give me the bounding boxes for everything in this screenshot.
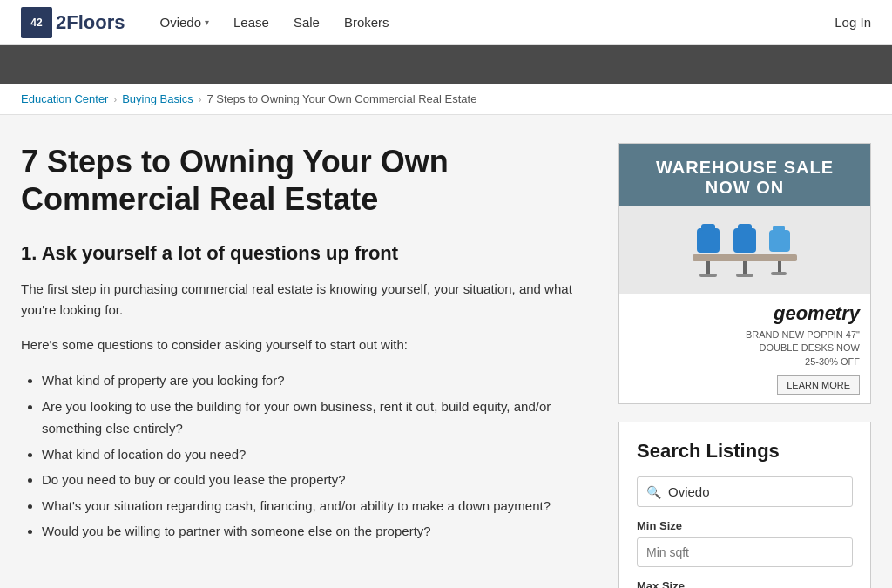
nav-item-sale[interactable]: Sale xyxy=(294,15,320,30)
svg-rect-1 xyxy=(697,228,720,253)
breadcrumb-sep-1: › xyxy=(113,94,117,105)
ad-top: WAREHOUSE SALE NOW ON xyxy=(619,144,870,206)
list-item: What kind of location do you need? xyxy=(42,443,584,466)
ad-line2: NOW ON xyxy=(630,178,860,198)
logo-link[interactable]: 42 2Floors xyxy=(21,7,125,38)
svg-rect-5 xyxy=(733,228,756,253)
location-input-wrap: 🔍 xyxy=(637,476,853,507)
svg-rect-4 xyxy=(699,274,717,277)
dark-banner xyxy=(0,45,892,84)
breadcrumb: Education Center › Buying Basics › 7 Ste… xyxy=(0,84,892,115)
logo-box-text: 42 xyxy=(30,17,42,29)
nav-item-lease[interactable]: Lease xyxy=(233,15,269,30)
ad-banner: WAREHOUSE SALE NOW ON xyxy=(618,143,871,404)
svg-rect-2 xyxy=(701,224,715,231)
list-item: Are you looking to use the building for … xyxy=(42,395,584,440)
list-item: Do you need to buy or could you lease th… xyxy=(42,469,584,491)
ad-image xyxy=(619,206,870,294)
svg-rect-7 xyxy=(743,261,747,274)
ad-bottom: geometry BRAND NEW POPPIN 47" DOUBLE DES… xyxy=(619,294,870,403)
ad-desc-line1: BRAND NEW POPPIN 47" xyxy=(746,329,860,340)
min-size-label: Min Size xyxy=(637,519,853,532)
list-item: Would you be willing to partner with som… xyxy=(42,520,584,543)
breadcrumb-current: 7 Steps to Owning Your Own Commercial Re… xyxy=(206,92,476,105)
content-area: 7 Steps to Owning Your Own Commercial Re… xyxy=(21,143,584,546)
section1-paragraph2: Here's some questions to consider asking… xyxy=(21,335,584,355)
ad-description: BRAND NEW POPPIN 47" DOUBLE DESKS NOW 25… xyxy=(630,328,860,368)
nav-item-brokers[interactable]: Brokers xyxy=(344,15,389,30)
svg-rect-3 xyxy=(706,261,710,274)
nav-sale-label: Sale xyxy=(294,15,320,30)
page-title: 7 Steps to Owning Your Own Commercial Re… xyxy=(21,143,584,218)
logo-text: 2Floors xyxy=(56,11,125,34)
section1-paragraph1: The first step in purchasing commercial … xyxy=(21,279,584,321)
nav-lease-label: Lease xyxy=(233,15,269,30)
logo-box: 42 xyxy=(21,7,52,38)
nav-oviedo-label: Oviedo xyxy=(159,15,201,30)
nav-brokers-label: Brokers xyxy=(344,15,389,30)
ad-brand: geometry xyxy=(630,302,860,325)
search-icon: 🔍 xyxy=(646,485,661,499)
login-link[interactable]: Log In xyxy=(835,15,871,30)
list-item: What's your situation regarding cash, fi… xyxy=(42,495,584,517)
breadcrumb-education-center[interactable]: Education Center xyxy=(21,92,108,105)
nav-item-oviedo[interactable]: Oviedo ▾ xyxy=(159,15,209,30)
ad-furniture-illustration xyxy=(684,211,806,289)
svg-rect-10 xyxy=(773,226,785,232)
svg-rect-9 xyxy=(769,230,790,252)
search-panel-title: Search Listings xyxy=(637,440,853,463)
list-item: What kind of property are you looking fo… xyxy=(42,369,584,392)
breadcrumb-sep-2: › xyxy=(199,94,202,105)
svg-rect-11 xyxy=(778,261,781,272)
sidebar: WAREHOUSE SALE NOW ON xyxy=(618,143,871,588)
main-container: 7 Steps to Owning Your Own Commercial Re… xyxy=(0,115,892,588)
svg-rect-6 xyxy=(738,224,752,231)
navbar: 42 2Floors Oviedo ▾ Lease Sale Brokers L… xyxy=(0,0,892,45)
search-panel: Search Listings 🔍 Min Size Max Size Type… xyxy=(618,422,871,588)
ad-desc-line3: 25-30% OFF xyxy=(805,356,860,367)
location-input[interactable] xyxy=(668,484,843,499)
ad-learn-more-button[interactable]: LEARN MORE xyxy=(777,375,860,395)
svg-rect-12 xyxy=(771,272,787,275)
min-size-input[interactable] xyxy=(637,537,853,567)
breadcrumb-buying-basics[interactable]: Buying Basics xyxy=(122,92,193,105)
svg-rect-8 xyxy=(736,274,753,277)
svg-rect-0 xyxy=(693,254,797,261)
max-size-label: Max Size xyxy=(637,579,853,588)
chevron-down-icon: ▾ xyxy=(205,17,209,27)
section1-bullet-list: What kind of property are you looking fo… xyxy=(21,369,584,543)
ad-line1: WAREHOUSE SALE xyxy=(630,158,860,178)
section1-heading: 1. Ask yourself a lot of questions up fr… xyxy=(21,242,584,265)
ad-desc-line2: DOUBLE DESKS NOW xyxy=(759,342,860,353)
